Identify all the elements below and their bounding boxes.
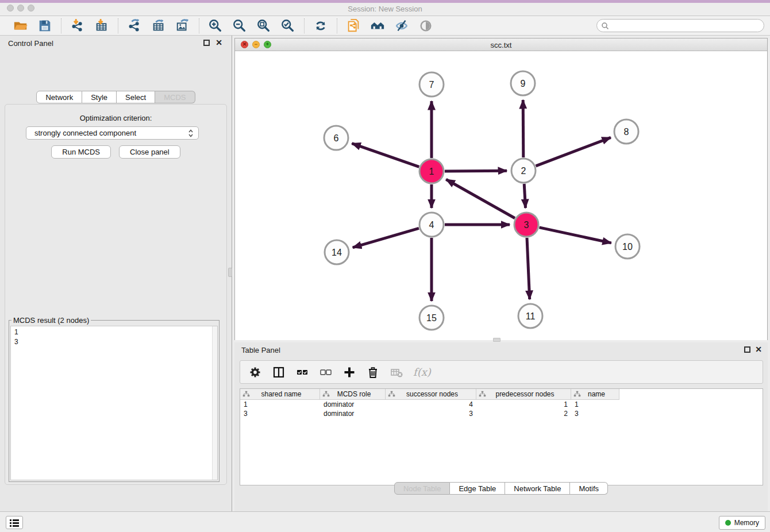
run-mcds-button[interactable]: Run MCDS: [51, 145, 111, 159]
export-network-button[interactable]: [126, 18, 143, 34]
column-header-predecessor-nodes[interactable]: predecessor nodes: [476, 389, 571, 400]
hide-selected-button[interactable]: [394, 18, 410, 34]
graph-node-1[interactable]: 1: [419, 159, 444, 183]
open-session-button[interactable]: [13, 18, 29, 34]
refresh-layout-icon: [313, 18, 328, 33]
control-panel-tabs: NetworkStyleSelectMCDS: [0, 91, 232, 103]
graph-node-label: 14: [332, 248, 342, 257]
table-toolbar: f(x): [240, 360, 763, 384]
search-box[interactable]: [596, 19, 764, 32]
column-header-MCDS-role[interactable]: MCDS role: [320, 389, 386, 400]
graph-edge-1-2[interactable]: [445, 171, 507, 171]
mcds-result-box[interactable]: 1 3: [10, 326, 218, 480]
tab-motifs[interactable]: Motifs: [570, 482, 608, 495]
graph-edge-2-8[interactable]: [536, 137, 611, 165]
export-image-icon: [175, 18, 190, 33]
column-header-shared-name[interactable]: shared name: [240, 389, 320, 400]
export-table-button[interactable]: [151, 18, 167, 34]
new-network-from-selection-button[interactable]: [345, 18, 361, 34]
graph-node-6[interactable]: 6: [324, 126, 348, 150]
add-row-button[interactable]: [342, 365, 356, 379]
function-builder-button[interactable]: f(x): [413, 366, 431, 378]
float-panel-icon[interactable]: [203, 40, 210, 46]
delete-row-button[interactable]: [366, 365, 380, 379]
title-bar: Session: New Session: [0, 0, 770, 16]
table-cell[interactable]: 3: [240, 409, 320, 418]
network-window-titlebar[interactable]: ✕ − + scc.txt: [235, 38, 767, 51]
zoom-out-button[interactable]: [232, 18, 248, 34]
import-network-button[interactable]: [70, 18, 86, 34]
show-columns-button[interactable]: [272, 365, 286, 379]
tab-select[interactable]: Select: [117, 91, 155, 103]
tab-node-table[interactable]: Node Table: [394, 482, 451, 495]
table-cell[interactable]: 1: [240, 400, 320, 409]
graph-node-14[interactable]: 14: [325, 240, 349, 264]
export-image-button[interactable]: [175, 18, 191, 34]
select-all-button[interactable]: [295, 365, 309, 379]
table-row[interactable]: 1dominator411: [240, 400, 763, 409]
graph-node-4[interactable]: 4: [419, 213, 444, 237]
graph-edge-3-11[interactable]: [527, 238, 530, 299]
add-row-icon: [343, 366, 356, 379]
fit-content-button[interactable]: [256, 18, 272, 34]
zoom-in-button[interactable]: [207, 18, 224, 34]
table-panel-tabs: Node TableEdge TableNetwork TableMotifs: [234, 482, 768, 495]
network-canvas[interactable]: 7 9 6 8 1 2 4 3 14 10 15 11: [235, 51, 767, 340]
graph-node-9[interactable]: 9: [511, 71, 535, 95]
tab-style[interactable]: Style: [82, 91, 117, 103]
search-input[interactable]: [609, 20, 764, 32]
tab-edge-table[interactable]: Edge Table: [450, 482, 505, 495]
graph-node-8[interactable]: 8: [614, 119, 638, 144]
destroy-table-button[interactable]: [390, 365, 403, 379]
zoom-selected-button[interactable]: [280, 18, 296, 34]
import-table-button[interactable]: [94, 18, 110, 34]
column-header-name[interactable]: name: [571, 389, 619, 400]
graph-node-label: 4: [429, 220, 434, 230]
refresh-layout-button[interactable]: [313, 18, 329, 34]
table-cell[interactable]: 3: [571, 409, 619, 418]
table-cell[interactable]: 1: [571, 400, 619, 409]
graph-node-10[interactable]: 10: [615, 234, 640, 259]
result-scrollbar[interactable]: [212, 326, 217, 480]
graph-node-7[interactable]: 7: [419, 72, 444, 97]
table-cell[interactable]: dominator: [320, 400, 386, 409]
graph-edge-4-14[interactable]: [353, 228, 419, 248]
graph-edge-3-10[interactable]: [540, 228, 611, 243]
close-panel-button[interactable]: Close panel: [119, 145, 180, 159]
memory-status-icon: [725, 520, 731, 526]
graph-node-3[interactable]: 3: [514, 213, 538, 237]
network-table-divider-handle[interactable]: [493, 338, 500, 342]
save-session-button[interactable]: [37, 18, 53, 34]
table-cell[interactable]: dominator: [320, 409, 386, 418]
graph-node-2[interactable]: 2: [511, 159, 536, 183]
tab-network-table[interactable]: Network Table: [505, 482, 570, 495]
deselect-all-button[interactable]: [319, 365, 333, 379]
show-panels-menu-button[interactable]: [6, 516, 23, 529]
panel-divider-handle[interactable]: [228, 268, 232, 277]
show-all-button[interactable]: [418, 18, 434, 34]
memory-button[interactable]: Memory: [719, 516, 765, 530]
table-cell[interactable]: 3: [386, 409, 476, 418]
close-panel-icon[interactable]: ✕: [215, 38, 222, 47]
column-settings-button[interactable]: [248, 365, 262, 379]
tab-mcds[interactable]: MCDS: [155, 91, 195, 103]
graph-edge-3-1[interactable]: [446, 179, 515, 218]
graph-node-11[interactable]: 11: [518, 304, 542, 328]
column-header-successor-nodes[interactable]: successor nodes: [386, 389, 476, 400]
fit-content-icon: [256, 18, 271, 33]
table-cell[interactable]: 4: [386, 400, 476, 409]
graph-edge-1-6[interactable]: [352, 144, 419, 167]
optimization-criterion-select[interactable]: strongly connected component: [26, 126, 199, 140]
export-network-icon: [127, 18, 142, 33]
tab-network[interactable]: Network: [36, 91, 82, 103]
graph-node-15[interactable]: 15: [419, 306, 444, 330]
first-neighbors-button[interactable]: [369, 18, 386, 34]
delete-row-icon: [367, 366, 379, 379]
table-cell[interactable]: 1: [476, 400, 571, 409]
float-table-panel-icon[interactable]: [744, 346, 750, 353]
graph-edge-2-9[interactable]: [523, 100, 523, 157]
graph-edge-2-3[interactable]: [524, 184, 525, 208]
table-cell[interactable]: 2: [476, 409, 571, 418]
close-table-panel-icon[interactable]: ✕: [755, 345, 762, 354]
table-row[interactable]: 3dominator323: [240, 409, 763, 418]
